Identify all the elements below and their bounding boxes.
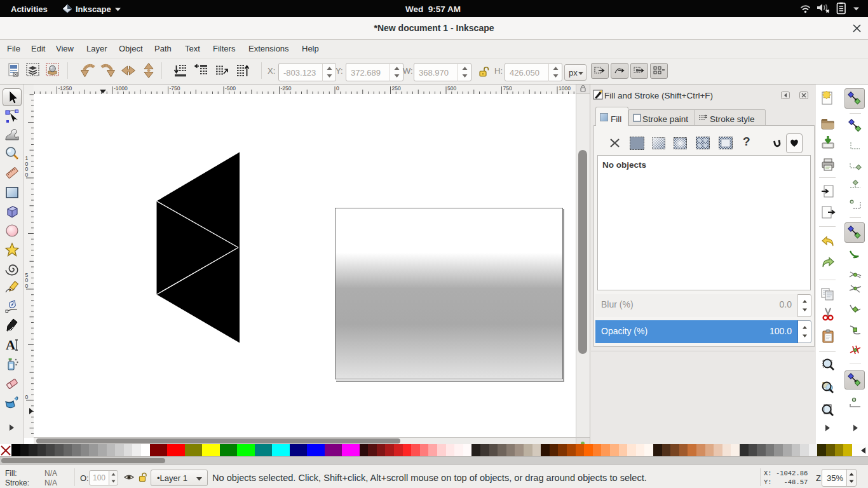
svg-text:0: 0 — [25, 394, 29, 400]
svg-text:-1250: -1250 — [58, 85, 72, 92]
svg-text:500: 500 — [447, 85, 456, 92]
svg-text:0: 0 — [336, 85, 339, 92]
svg-text:1000: 1000 — [559, 85, 571, 92]
svg-text:250: 250 — [392, 85, 401, 92]
svg-text:A: A — [6, 337, 16, 353]
svg-text:750: 750 — [503, 85, 512, 92]
svg-text:0: 0 — [25, 283, 29, 289]
svg-text:-500: -500 — [225, 85, 236, 92]
svg-text:-250: -250 — [281, 85, 292, 92]
svg-text:-1000: -1000 — [114, 85, 128, 92]
svg-text:-750: -750 — [170, 85, 180, 92]
svg-text:0: 0 — [25, 172, 29, 178]
